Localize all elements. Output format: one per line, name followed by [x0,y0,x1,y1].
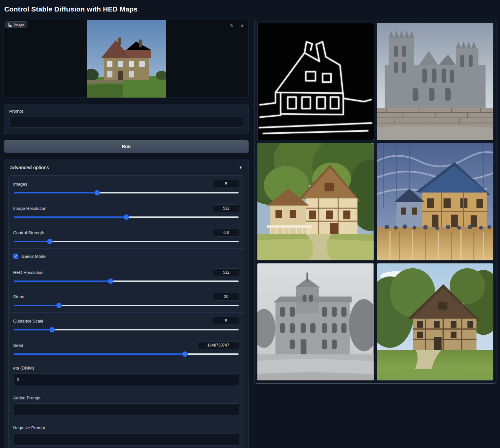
seed-slider[interactable] [14,353,239,355]
advanced-options-form: Images Image Resolution [8,175,244,448]
prompt-block: Prompt [4,104,249,134]
guidance-scale-slider-row: Guidance Scale [9,312,244,337]
slider-handle[interactable] [95,190,100,195]
negative-prompt-input[interactable] [13,433,239,446]
gallery-item-farmhouse[interactable] [377,263,494,381]
image-resolution-slider[interactable] [14,216,239,218]
added-prompt-input[interactable] [13,403,239,416]
steps-label: Steps [13,294,24,299]
slider-handle[interactable] [47,239,52,244]
output-gallery [254,20,496,384]
slider-fill [14,280,110,282]
hed-resolution-slider[interactable] [14,280,239,282]
pencil-icon: ✎ [230,23,234,28]
guidance-scale-slider[interactable] [14,329,239,330]
left-column: Image ✎ ✕ [4,20,249,448]
guidance-scale-label: Guidance Scale [13,319,43,324]
slider-handle[interactable] [182,352,187,357]
grayscale-building-image [257,263,374,380]
eta-row: eta (DDIM) [9,361,244,391]
prompt-label: Prompt [9,109,243,114]
guess-mode-label: Guess Mode [21,254,46,259]
images-label: Images [13,182,27,187]
seed-label: Seed [13,343,23,348]
slider-fill [14,241,50,242]
clear-image-button[interactable]: ✕ [239,22,246,29]
hed-map-image [257,23,374,140]
uploaded-image-preview[interactable] [87,20,166,98]
added-prompt-row: Added Prompt [9,391,244,421]
main-layout: Image ✎ ✕ [4,20,496,448]
page-title: Control Stable Diffusion with HED Maps [4,5,496,13]
image-label: Image [14,23,24,27]
control-strength-slider[interactable] [14,241,239,242]
slider-fill [14,192,97,193]
hed-resolution-slider-row: HED Resolution [9,264,244,288]
negative-prompt-row: Negative Prompt [9,421,244,448]
gallery-item-castle[interactable] [377,23,494,140]
right-column [254,20,496,384]
check-icon: ✓ [14,254,17,258]
advanced-options-header[interactable]: Advanced options ▼ [4,159,249,175]
house-photo-svg [87,20,166,98]
image-tools: ✎ ✕ [228,22,246,29]
slider-fill [14,305,59,306]
slider-handle[interactable] [50,327,55,332]
steps-slider-row: Steps [9,288,244,312]
advanced-options-accordion: Advanced options ▼ Images [4,159,249,448]
run-button[interactable]: Run [4,140,249,153]
image-label-chip: Image [5,21,27,28]
eta-label: eta (DDIM) [13,366,239,370]
image-resolution-label: Image Resolution [13,206,46,211]
negative-prompt-label: Negative Prompt [13,425,239,430]
prompt-input[interactable] [9,117,243,128]
painted-cottage-image [257,143,374,260]
control-strength-slider-row: Control Strength [9,224,244,248]
steps-value-input[interactable] [213,293,239,301]
image-resolution-value-input[interactable] [213,204,239,212]
image-icon [8,23,12,27]
added-prompt-label: Added Prompt [13,395,239,400]
checkbox-box: ✓ [13,254,18,259]
rain-painting-image [377,143,493,260]
page: Control Stable Diffusion with HED Maps I… [0,0,500,448]
control-strength-label: Control Strength [13,230,44,235]
gallery-item-hed-map[interactable] [257,23,374,140]
images-value-input[interactable] [213,180,239,188]
caret-down-icon: ▼ [239,165,243,170]
slider-fill [14,353,185,355]
images-slider-row: Images [9,176,244,200]
castle-image [377,23,493,140]
gallery-item-rain-painting[interactable] [377,143,494,260]
hed-resolution-label: HED Resolution [13,270,44,275]
edit-image-button[interactable]: ✎ [228,22,235,29]
control-strength-value-input[interactable] [213,229,239,236]
slider-fill [14,216,126,218]
gallery-item-grayscale-building[interactable] [257,263,374,381]
image-resolution-slider-row: Image Resolution [9,200,244,224]
farmhouse-image [377,263,493,380]
slider-handle[interactable] [124,215,129,220]
images-slider[interactable] [14,192,239,193]
eta-input[interactable] [13,373,239,386]
advanced-options-title: Advanced options [10,165,49,170]
gallery-item-painted-cottage[interactable] [257,143,374,260]
steps-slider[interactable] [14,305,239,306]
hed-resolution-value-input[interactable] [213,268,239,276]
slider-fill [14,329,52,330]
slider-handle[interactable] [108,279,113,284]
seed-value-input[interactable] [197,341,239,349]
slider-handle[interactable] [57,303,61,308]
guess-mode-checkbox[interactable]: ✓ Guess Mode [9,248,244,264]
image-upload[interactable]: Image ✎ ✕ [4,20,249,98]
guidance-scale-value-input[interactable] [213,317,239,325]
close-icon: ✕ [241,23,244,28]
seed-slider-row: Seed [9,337,244,361]
